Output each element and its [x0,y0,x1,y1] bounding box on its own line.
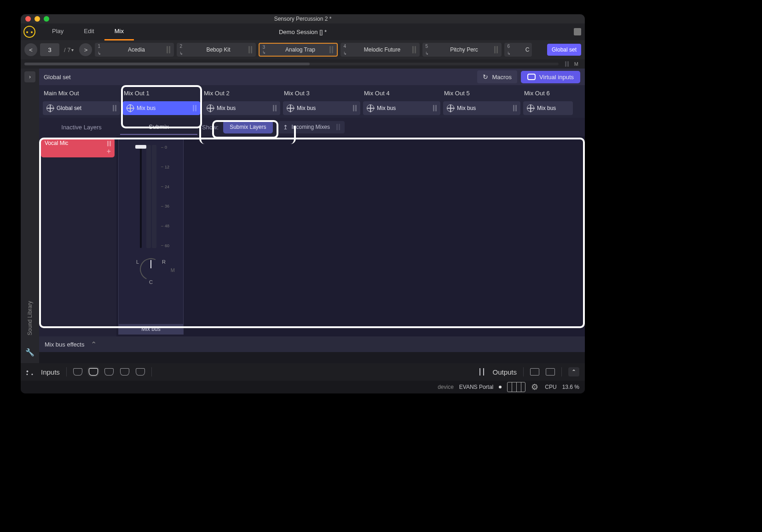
mixout-1[interactable]: Mix Out 1 Mix bus [123,88,200,115]
pan-knob[interactable]: L R C M [137,257,165,283]
chevron-up-button[interactable]: ⌃ [568,367,579,376]
kit-chip-1[interactable]: 1 ↳ Acedia [95,43,174,57]
minimize-icon[interactable] [35,16,40,22]
header-square-button[interactable] [574,28,581,35]
pan-center-label: C [149,279,153,285]
cpu-label: CPU [545,384,556,390]
kit-page-current[interactable]: 3 [40,43,59,56]
separator [523,367,524,376]
mixout-bus-chip[interactable]: Mix bus [123,101,200,115]
submix-layers-button[interactable]: Submix Layers [223,121,272,133]
kit-page-total-text: / 7 [64,46,70,53]
virtual-inputs-button[interactable]: Virtual inputs [521,71,580,83]
scale-tick: 48 [161,224,169,228]
mixout-5[interactable]: Mix Out 5 Mix bus [443,88,520,115]
tab-play[interactable]: Play [42,23,74,40]
outputs-label[interactable]: Outputs [492,368,517,376]
kit-chip-5[interactable]: 5 ↳ Pitchy Perc [422,43,502,57]
device-name[interactable]: EVANS Portal [459,384,493,390]
chevron-up-icon[interactable]: ⌃ [91,340,97,349]
kit-chip-3[interactable]: 3 ↳ Analog Trap [259,43,338,57]
kit-number: 1 [98,44,100,49]
drum-input-5-icon[interactable] [136,368,145,376]
mixout-bus-label: Global set [57,105,81,111]
close-icon[interactable] [25,16,31,22]
level-bars-icon [113,105,116,111]
mixout-2[interactable]: Mix Out 2 Mix bus [203,88,280,115]
mixout-title: Mix Out 1 [123,88,200,98]
route-icon-1[interactable] [530,368,539,376]
scrollbar-thumb[interactable] [24,63,310,65]
kit-chips: 1 ↳ Acedia 2 ↳ Bebop Kit 3 ↳ Analog Trap… [95,43,544,57]
submix-fader: 0 12 24 36 48 60 L R C [118,138,184,335]
cpu-value: 13.6 % [562,384,579,390]
kit-chip-2[interactable]: 2 ↳ Bebop Kit [177,43,256,57]
submix-area: Vocal Mic + 0 [39,136,585,336]
piano-icon[interactable] [507,382,525,392]
drum-input-2-icon[interactable] [89,368,98,376]
kit-prev-button[interactable]: < [24,43,37,56]
mixout-bus-chip[interactable]: Mix bus [203,101,280,115]
maximize-icon[interactable] [44,16,49,22]
expand-rail-button[interactable]: › [24,71,35,82]
app-logo-icon[interactable] [23,26,35,38]
window-title: Sensory Percussion 2 * [274,16,332,22]
kit-number: 5 [425,44,428,49]
vocal-mic-layer[interactable]: Vocal Mic + [41,138,115,157]
sliders-icon[interactable] [478,368,486,376]
kit-name: Bebop Kit [188,46,248,53]
gear-icon[interactable] [531,383,539,391]
meter-left [146,145,151,248]
drum-input-4-icon[interactable] [120,368,129,376]
tab-mix[interactable]: Mix [104,23,134,40]
mixout-bus-chip[interactable]: Global set [43,101,120,115]
kit-name: Melodic Future [352,46,412,53]
route-icon-2[interactable] [546,368,555,376]
mixout-bus-chip[interactable]: Mix bus [443,101,520,115]
sound-library-label[interactable]: Sound Library [27,301,33,335]
mixout-3[interactable]: Mix Out 3 Mix bus [283,88,360,115]
mute-label[interactable]: M [171,267,175,273]
separator [151,367,152,376]
globe-icon [527,104,534,112]
layer-label: Vocal Mic [45,140,111,146]
incoming-mixes-button[interactable]: ↥ Incoming Mixes [278,121,345,133]
drum-input-1-icon[interactable] [73,368,82,376]
chevron-down-icon[interactable]: ▾ [71,47,74,52]
virtual-inputs-label: Virtual inputs [539,74,574,81]
wrench-icon[interactable]: 🔧 [25,348,35,357]
mixout-bus-chip[interactable]: Mix bus [363,101,440,115]
kit-next-button[interactable]: > [79,43,92,56]
device-status-dot-icon [499,386,502,388]
kit-chip-6[interactable]: 6 ↳ C [504,43,532,57]
mixout-bus-chip[interactable]: Mix bus [523,101,573,115]
kit-chip-4[interactable]: 4 ↳ Melodic Future [341,43,420,57]
level-bars-icon [329,46,334,53]
window-controls [25,16,49,22]
level-bars-icon [433,105,437,111]
m-label[interactable]: M [572,61,581,67]
global-set-label: Global set [44,74,71,81]
scale-tick: 12 [161,165,169,169]
mixout-6[interactable]: Mix Out 6 Mix bus [523,88,573,115]
status-bar: device EVANS Portal CPU 13.6 % [21,381,585,393]
tab-edit[interactable]: Edit [74,23,104,40]
global-set-button[interactable]: Global set [547,44,581,56]
mixout-bus-chip[interactable]: Mix bus [283,101,360,115]
kit-scrollbar[interactable] [24,63,559,65]
fader-handle[interactable] [135,145,146,149]
plus-icon[interactable]: + [107,147,111,156]
drum-input-3-icon[interactable] [104,368,114,376]
inputs-icon[interactable] [26,368,35,376]
tab-inactive-layers[interactable]: Inactive Layers [43,120,120,134]
fader-scale: 0 12 24 36 48 60 [161,145,169,248]
macros-button[interactable]: ↻ Macros [477,70,517,83]
tab-submix[interactable]: Submix [120,120,197,135]
level-bars-icon [353,105,357,111]
mixout-main[interactable]: Main Mix Out Global set [43,88,120,115]
mix-bus-effects-row[interactable]: Mix bus effects ⌃ [39,336,585,352]
mixout-4[interactable]: Mix Out 4 Mix bus [363,88,440,115]
level-bars-icon [167,46,171,53]
fader-track[interactable]: 0 12 24 36 48 60 [133,145,169,253]
inputs-label[interactable]: Inputs [41,368,60,376]
